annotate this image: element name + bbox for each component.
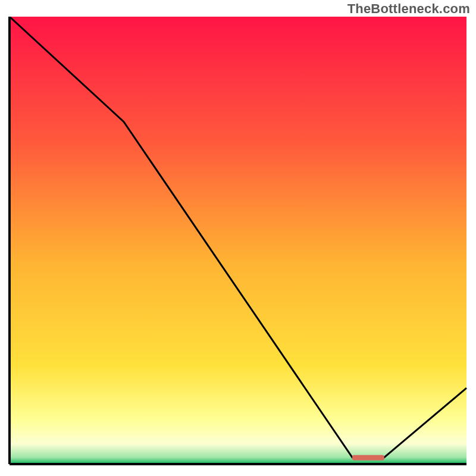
attribution-label: TheBottleneck.com bbox=[347, 1, 470, 17]
bottleneck-chart bbox=[7, 17, 469, 469]
chart-stage: TheBottleneck.com bbox=[0, 0, 476, 476]
optimal-range-bar bbox=[352, 455, 384, 461]
chart-background bbox=[10, 17, 466, 464]
